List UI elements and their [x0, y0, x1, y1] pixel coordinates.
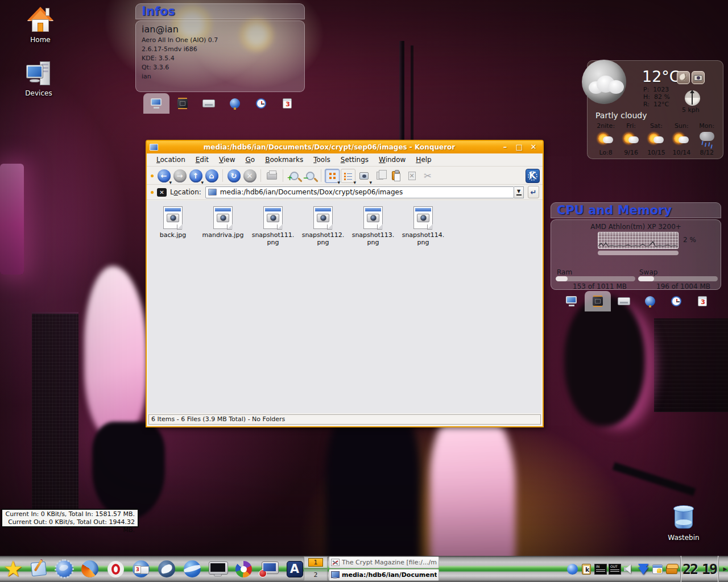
menu-go[interactable]: Go: [241, 155, 260, 165]
file-item[interactable]: snapshot113.png: [350, 206, 396, 246]
knemo-out-tray[interactable]: OUT: [609, 563, 621, 575]
menu-tools[interactable]: Tools: [308, 155, 336, 165]
klipper-tray[interactable]: [580, 563, 593, 575]
toolbar-handle[interactable]: [151, 191, 154, 194]
paste-button[interactable]: [388, 168, 404, 184]
go-button[interactable]: ↵: [528, 186, 539, 198]
clear-location-button[interactable]: ✕: [157, 188, 167, 197]
pager-desktop-2[interactable]: 2: [304, 569, 328, 581]
up-button[interactable]: ↑: [188, 168, 204, 184]
firefox-launcher[interactable]: [79, 558, 101, 580]
maximize-button[interactable]: □: [515, 143, 523, 151]
tab-harddisk[interactable]: [196, 93, 222, 114]
tab-clock[interactable]: [248, 93, 274, 114]
screen-share-launcher[interactable]: [258, 558, 280, 580]
image-view-button[interactable]: [356, 168, 372, 184]
kget-tray[interactable]: [637, 563, 650, 575]
korganizer-alarm-tray[interactable]: [651, 563, 664, 575]
menu-help[interactable]: Help: [411, 155, 436, 165]
tab-cpu[interactable]: [585, 291, 611, 311]
google-earth-launcher[interactable]: [181, 558, 203, 580]
tab-computer[interactable]: [559, 291, 585, 311]
kwallet-tray[interactable]: [665, 563, 678, 575]
tab-network[interactable]: [222, 93, 248, 114]
copy-icon: [377, 172, 383, 180]
back-button[interactable]: ←: [156, 168, 172, 184]
info-line: ian: [142, 73, 299, 80]
list-view-button[interactable]: [340, 168, 356, 184]
panel-hide-button[interactable]: ▶: [722, 556, 728, 582]
file-item[interactable]: back.jpg: [150, 206, 196, 239]
file-item[interactable]: snapshot114.png: [400, 206, 446, 246]
kde-logo-button[interactable]: K: [524, 168, 540, 184]
kmenu-button[interactable]: ★: [2, 558, 24, 580]
konqueror-launcher[interactable]: [53, 558, 75, 580]
menu-view[interactable]: View: [214, 155, 240, 165]
zoom-in-button[interactable]: [286, 168, 302, 184]
home-button[interactable]: ⌂: [204, 168, 220, 184]
konsole-icon: [209, 562, 227, 576]
print-button[interactable]: [264, 168, 280, 184]
cut-button[interactable]: ✂: [420, 168, 436, 184]
titlebar[interactable]: media:/hdb6/ian/Documents/Dox/crypt/sep0…: [147, 141, 543, 153]
menu-settings[interactable]: Settings: [336, 155, 374, 165]
up-icon: ↑: [189, 169, 202, 182]
menu-bookmarks[interactable]: Bookmarks: [260, 155, 308, 165]
menu-edit[interactable]: Edit: [191, 155, 214, 165]
copy-button[interactable]: [372, 168, 388, 184]
wastebin-icon: [670, 505, 697, 532]
konsole-launcher[interactable]: [207, 558, 229, 580]
forward-button[interactable]: →: [172, 168, 188, 184]
toolbar-handle[interactable]: [151, 174, 154, 177]
tab-calendar[interactable]: [689, 291, 715, 311]
tab-cpu[interactable]: [169, 93, 196, 114]
reload-button[interactable]: ↻: [226, 168, 242, 184]
kopete-tray[interactable]: [566, 563, 578, 575]
pager-desktop-1[interactable]: 1: [304, 556, 328, 568]
text-editor-launcher[interactable]: [28, 558, 49, 580]
menu-location[interactable]: Location: [151, 155, 191, 165]
task-konqueror[interactable]: media:/hdb6/ian/Documents/Do: [329, 569, 439, 581]
opera-launcher[interactable]: [105, 558, 126, 580]
rain-icon: [694, 131, 719, 148]
file-item[interactable]: snapshot111.png: [250, 206, 296, 246]
kontact-launcher[interactable]: [130, 558, 152, 580]
tab-computer[interactable]: [143, 93, 169, 114]
tab-harddisk[interactable]: [611, 291, 637, 311]
panel-clock[interactable]: 22 19: [680, 556, 719, 582]
file-item[interactable]: snapshot112.png: [300, 206, 346, 246]
icon-view-button[interactable]: [324, 168, 340, 184]
radar-button[interactable]: [677, 71, 690, 84]
tab-calendar[interactable]: [274, 93, 300, 114]
menu-window[interactable]: Window: [374, 155, 411, 165]
task-crypt-magazine[interactable]: The Crypt Magazine [file:/.../mandri: [329, 556, 439, 568]
list-view-icon: [344, 172, 352, 180]
thunderbird-launcher[interactable]: [156, 558, 177, 580]
amarok-launcher[interactable]: A: [284, 558, 305, 580]
kmix-tray[interactable]: [623, 563, 635, 575]
close-button[interactable]: ✕: [530, 143, 537, 151]
webcam-button[interactable]: [692, 71, 705, 84]
desktop-icon-home[interactable]: Home: [14, 7, 67, 44]
minimize-button[interactable]: –: [501, 143, 509, 151]
location-input[interactable]: media:/hdb6/ian/Documents/Dox/crypt/sep0…: [205, 186, 514, 198]
infos-widget-header: Infos: [135, 3, 305, 19]
tab-network[interactable]: [637, 291, 663, 311]
knemo-in-tray[interactable]: IN: [594, 563, 607, 575]
desktop-icon-wastebin[interactable]: Wastebin: [657, 505, 710, 542]
opera-icon: [107, 561, 124, 577]
file-item[interactable]: mandriva.jpg: [200, 206, 246, 239]
stop-button[interactable]: ✕: [242, 168, 258, 184]
zoom-out-icon: [306, 172, 315, 180]
tab-clock[interactable]: [663, 291, 689, 311]
cpu-memory-widget: CPU and Memory AMD Athlon(tm) XP 3200+ 2…: [551, 202, 721, 314]
picasa-launcher[interactable]: [233, 558, 254, 580]
statusbar: 6 Items - 6 Files (3.9 MB Total) - No Fo…: [147, 413, 543, 426]
delete-button[interactable]: ✕: [404, 168, 420, 184]
desktop-icon-devices[interactable]: Devices: [13, 60, 65, 97]
konqueror-icon: [56, 560, 73, 577]
swap-bar: [638, 276, 718, 281]
kwallet-icon: [666, 566, 677, 574]
location-dropdown-button[interactable]: ▼: [514, 186, 524, 198]
zoom-out-button[interactable]: [302, 168, 318, 184]
